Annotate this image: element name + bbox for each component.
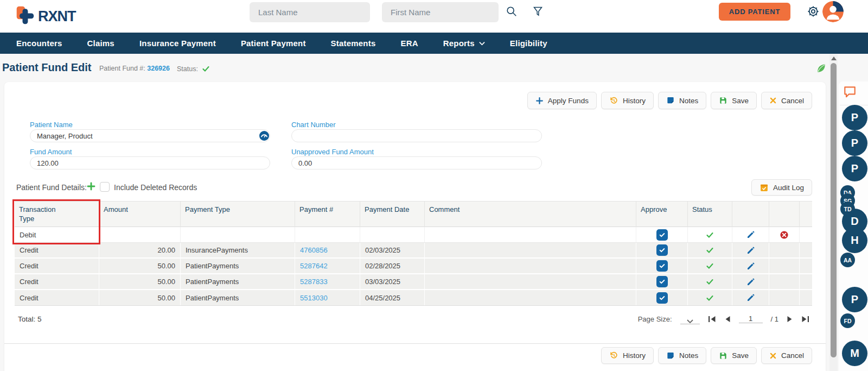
side-badge[interactable]: P: [842, 287, 867, 312]
side-badge[interactable]: FD: [840, 313, 855, 328]
notes-button[interactable]: Notes: [658, 347, 706, 364]
add-fund-detail-icon[interactable]: [87, 182, 95, 193]
approve-checkbox[interactable]: [656, 260, 668, 272]
patient-name-field[interactable]: [30, 129, 270, 142]
top-header: RXNT ADD PATIENT: [0, 0, 868, 33]
nav-item-insurance-payment[interactable]: Insurance Payment: [139, 39, 216, 48]
apply-funds-button[interactable]: Apply Funds: [527, 92, 597, 109]
gear-icon[interactable]: [807, 5, 820, 18]
cell-payment-type: PatientPayments: [180, 259, 295, 273]
col-header-payment-type[interactable]: Payment Type: [180, 202, 295, 228]
patient-dashboard-icon[interactable]: [259, 131, 269, 143]
col-header-transaction-type[interactable]: Transaction Type: [15, 202, 99, 228]
cancel-button[interactable]: Cancel: [761, 347, 812, 364]
col-header-status[interactable]: Status: [687, 202, 732, 228]
last-page-button[interactable]: [801, 316, 809, 323]
col-header-comment[interactable]: Comment: [424, 202, 636, 228]
col-header-approve[interactable]: Approve: [636, 202, 687, 228]
unapproved-fund-amount-field[interactable]: [291, 156, 542, 169]
edit-pencil-icon[interactable]: [746, 262, 755, 271]
history-button[interactable]: History: [601, 347, 654, 364]
nav-item-encounters[interactable]: Encounters: [16, 39, 62, 48]
payment-number-link[interactable]: 4760856: [300, 243, 328, 257]
scroll-up-arrow-icon[interactable]: [831, 56, 837, 60]
cell-amount: 50.00: [99, 290, 180, 305]
side-badge[interactable]: P: [842, 156, 867, 181]
first-page-button[interactable]: [708, 316, 716, 323]
first-name-input[interactable]: [382, 2, 499, 22]
nav-item-claims[interactable]: Claims: [87, 39, 114, 48]
nav-item-reports[interactable]: Reports: [443, 39, 485, 48]
page-number-input[interactable]: [739, 315, 763, 323]
cancel-button[interactable]: Cancel: [761, 92, 812, 109]
col-header-amount[interactable]: Amount: [99, 202, 180, 228]
edit-pencil-icon[interactable]: [746, 278, 755, 286]
cell-comment: [424, 227, 636, 242]
table-row: Debit: [15, 227, 812, 243]
audit-log-button[interactable]: Audit Log: [751, 179, 812, 196]
side-badge[interactable]: M: [842, 341, 867, 366]
save-icon: [719, 96, 727, 105]
col-header-payment-date[interactable]: Payment Date: [360, 202, 424, 228]
next-page-button[interactable]: [787, 316, 793, 323]
approve-checkbox[interactable]: [656, 229, 668, 241]
previous-page-button[interactable]: [724, 316, 731, 323]
save-label: Save: [732, 351, 749, 360]
edit-pencil-icon[interactable]: [746, 230, 755, 239]
search-icon[interactable]: [506, 5, 519, 18]
nav-item-era[interactable]: ERA: [400, 39, 418, 48]
page-title-bar: Patient Fund Edit Patient Fund #: 326926…: [0, 54, 868, 82]
rxnt-logo[interactable]: RXNT: [15, 5, 76, 27]
status-check-icon: [201, 65, 210, 73]
col-header-edit: [732, 202, 769, 228]
user-avatar[interactable]: [822, 1, 844, 22]
patient-fund-card: Apply Funds History Notes Save Ca: [4, 82, 826, 371]
add-patient-button[interactable]: ADD PATIENT: [719, 3, 790, 21]
audit-log-label: Audit Log: [773, 184, 804, 192]
rxnt-logo-text: RXNT: [38, 8, 76, 25]
col-header-payment-number[interactable]: Payment #: [295, 202, 360, 228]
side-badge[interactable]: TD: [840, 202, 855, 216]
patient-fund-number[interactable]: 326926: [147, 65, 170, 72]
scrollbar-thumb[interactable]: [831, 63, 837, 357]
cell-payment-date: 03/03/2025: [360, 274, 424, 289]
approve-checkbox[interactable]: [656, 292, 668, 304]
side-badge[interactable]: P: [842, 105, 867, 130]
side-badge[interactable]: H: [842, 228, 867, 253]
rxnt-cross-icon: [15, 5, 35, 27]
table-row: Credit 20.00 InsurancePayments 4760856 0…: [15, 243, 812, 259]
page-size-select[interactable]: [680, 313, 700, 324]
payment-number-link[interactable]: 5287833: [300, 274, 328, 289]
notes-button[interactable]: Notes: [658, 92, 706, 109]
edit-pencil-icon[interactable]: [746, 293, 755, 302]
cell-payment-type: PatientPayments: [180, 274, 295, 289]
fund-amount-field[interactable]: [30, 156, 270, 169]
side-badge[interactable]: P: [842, 130, 867, 156]
cancel-x-icon: [769, 97, 777, 104]
approve-checkbox[interactable]: [656, 276, 668, 287]
last-name-input[interactable]: [250, 2, 370, 22]
history-button[interactable]: History: [601, 92, 654, 109]
patient-fund-details-label: Patient Fund Details:: [16, 183, 87, 192]
save-button[interactable]: Save: [711, 347, 757, 364]
table-header-row: Transaction Type Amount Payment Type Pay…: [15, 202, 812, 227]
save-button[interactable]: Save: [711, 92, 757, 109]
payment-number-link[interactable]: 5513030: [300, 291, 328, 305]
approve-checkbox[interactable]: [656, 244, 668, 256]
include-deleted-checkbox[interactable]: [100, 182, 110, 192]
payment-number-link[interactable]: 5287642: [300, 259, 328, 273]
chart-number-field[interactable]: [291, 129, 542, 142]
nav-item-patient-payment[interactable]: Patient Payment: [241, 39, 306, 48]
cancel-label: Cancel: [781, 97, 804, 105]
nav-item-eligibility[interactable]: Eligibility: [510, 39, 547, 48]
nav-item-statements[interactable]: Statements: [331, 39, 376, 48]
filter-icon[interactable]: [532, 5, 545, 18]
delete-icon[interactable]: [780, 230, 789, 240]
edit-pencil-icon[interactable]: [746, 246, 755, 255]
side-badge[interactable]: AA: [840, 253, 855, 267]
cell-payment-type: PatientPayments: [180, 290, 295, 305]
leaf-icon: [816, 63, 826, 76]
chat-bubble-icon[interactable]: [843, 85, 857, 101]
table-row: Credit 50.00 PatientPayments 5513030 04/…: [15, 290, 812, 306]
cell-comment: [424, 259, 636, 273]
